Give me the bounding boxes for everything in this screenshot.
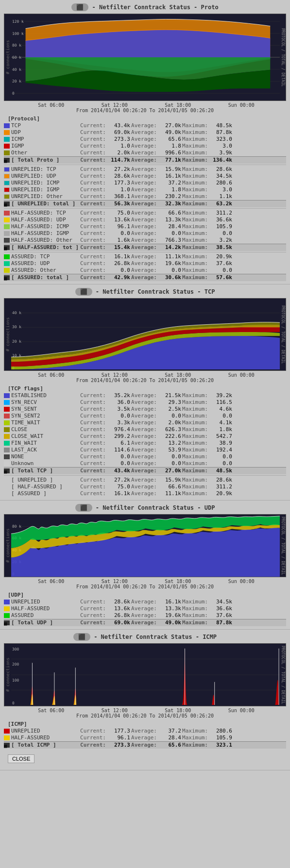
ha-total-icon: ■ <box>4 245 10 250</box>
list-item: Other Current: 2.0k Average: 996.6 Maxim… <box>4 150 286 156</box>
list-item: UNREPLIED Current: 28.6k Average: 16.1k … <box>4 599 286 605</box>
u-tcp-color <box>4 167 10 172</box>
svg-text:40 k: 40 k <box>12 311 21 315</box>
list-item: CLOSE Current: 976.4 Average: 626.3 Maxi… <box>4 426 286 433</box>
proto-ylabel: # connections <box>4 14 11 100</box>
half-assured-stats: HALF-ASSURED: TCP Current: 75.0 Average:… <box>4 210 286 251</box>
icmp-color <box>4 137 10 142</box>
tcp-ylabel: # connections <box>4 299 11 370</box>
proto-chart-title: ⬛ - Netfilter Conntrack Status - Proto <box>0 2 290 13</box>
list-item: ASSURED: TCP Current: 16.1k Average: 11.… <box>4 253 286 260</box>
tcp-stats: [TCP flags] ESTABLISHED Current: 35.2k A… <box>4 385 286 474</box>
ha-igmp-color <box>4 231 10 236</box>
unreplied-total: ■ [ UNREPLIED: total ] Current: 56.3k Av… <box>4 200 286 207</box>
list-item: HALF-ASSURED: TCP Current: 75.0 Average:… <box>4 210 286 217</box>
udp-chart-title: ⬛ - Netfilter Conntrack Status - UDP <box>0 502 290 513</box>
unreplied-stats: UNREPLIED: TCP Current: 27.2k Average: 1… <box>4 166 286 207</box>
list-item: HALF-ASSURED: IGMP Current: 0.0 Average:… <box>4 230 286 237</box>
proto-timerange: From 2014/01/04 00:26:20 To 2014/01/05 0… <box>0 108 290 114</box>
list-item: Unknown Current: 0.0 Average: 0.0 Maximu… <box>4 460 286 467</box>
list-item: UNREPLIED: UDP Current: 28.6k Average: 1… <box>4 173 286 180</box>
list-item: ASSURED: Other Current: 0.0 Average: 0.0… <box>4 267 286 274</box>
list-item: ICMP Current: 273.3 Average: 65.6 Maximu… <box>4 136 286 143</box>
tcp-chart-title: ⬛ - Netfilter Conntrack Status - TCP <box>0 286 290 297</box>
udp-total: ■ [ Total UDP ] Current: 69.0k Average: … <box>4 619 286 626</box>
list-item: SYN_SENT Current: 3.5k Average: 2.5k Max… <box>4 406 286 413</box>
list-item: HALF-ASSURED Current: 13.6k Average: 13.… <box>4 605 286 612</box>
udp-ylabel: # connections <box>4 515 11 577</box>
list-item: UNREPLIED: Other Current: 368.1 Average:… <box>4 193 286 200</box>
udp-color <box>4 130 10 135</box>
ha-total: ■ [ HALF-ASSURED: tot ] Current: 15.4k A… <box>4 244 286 251</box>
svg-text:20 k: 20 k <box>12 79 21 83</box>
u-other-color <box>4 194 10 199</box>
list-item: ASSURED Current: 26.8k Average: 19.6k Ma… <box>4 612 286 619</box>
ha-icmp-color <box>4 224 10 229</box>
icmp-stats: [ICMP] UNREPLIED Current: 177.3 Average:… <box>4 720 286 749</box>
assured-total: ■ [ ASSURED: total ] Current: 42.9k Aver… <box>4 274 286 281</box>
tcp-section: ⬛ - Netfilter Conntrack Status - TCP # c… <box>0 284 290 501</box>
list-item: UNREPLIED: ICMP Current: 177.3 Average: … <box>4 180 286 186</box>
as-total-icon: ■ <box>4 275 10 280</box>
svg-text:20 k: 20 k <box>12 339 21 344</box>
icmp-right-label: PROTOCOL / TOTAL / DETAIL <box>280 644 286 706</box>
svg-text:100 k: 100 k <box>12 32 24 36</box>
udp-timerange: From 2014/01/04 00:26:20 To 2014/01/05 0… <box>0 584 290 590</box>
tcp-total: ■ [ Total TCP ] Current: 43.4k Average: … <box>4 467 286 474</box>
ha-other-color <box>4 238 10 243</box>
list-item: [ UNREPLIED ] Current: 27.2k Average: 15… <box>4 477 286 484</box>
divider3 <box>4 252 286 252</box>
list-item: ESTABLISHED Current: 35.2k Average: 21.5… <box>4 392 286 399</box>
list-item: TIME_WAIT Current: 3.3k Average: 2.0k Ma… <box>4 419 286 426</box>
udp-right-label: PROTOCOL / TOTAL / DETAIL <box>280 515 286 577</box>
icmp-chart-title: ⬛ - Netfilter Conntrack Status - ICMP <box>0 632 290 642</box>
list-item: NONE Current: 0.0 Average: 0.0 Maximum: … <box>4 453 286 460</box>
proto-right-label: PROTOCOL / TOTAL / DETAIL <box>280 14 286 100</box>
tcp-subtotals: [ UNREPLIED ] Current: 27.2k Average: 15… <box>4 477 286 497</box>
list-item: LAST_ACK Current: 114.6 Average: 53.9 Ma… <box>4 447 286 453</box>
svg-text:0: 0 <box>12 91 15 96</box>
udp-xlabel: Sat 06:00 Sat 12:00 Sat 18:00 Sun 00:00 <box>0 578 290 584</box>
svg-text:30 k: 30 k <box>12 325 21 329</box>
icmp-chart: # connections 300 200 100 0 PROTOCOL / T… <box>4 643 286 706</box>
other-color <box>4 150 10 155</box>
proto-stats: [Protocol] TCP Current: 43.4k Average: 2… <box>4 115 286 164</box>
assured-stats: ASSURED: TCP Current: 16.1k Average: 11.… <box>4 253 286 281</box>
list-item: SYN_RECV Current: 36.0 Average: 29.3 Max… <box>4 399 286 406</box>
total-color: ■ <box>4 158 10 163</box>
svg-text:200: 200 <box>12 662 19 667</box>
u-icmp-color <box>4 181 10 185</box>
tcp-right-label: PROTOCOL / TOTAL / DETAIL <box>280 299 286 370</box>
close-button[interactable]: CLOSE <box>8 754 34 763</box>
list-item: UNREPLIED: TCP Current: 27.2k Average: 1… <box>4 166 286 173</box>
list-item: HALF-ASSURED: ICMP Current: 96.1 Average… <box>4 223 286 230</box>
tcp-xlabel: Sat 06:00 Sat 12:00 Sat 18:00 Sun 00:00 <box>0 372 290 378</box>
divider2 <box>4 208 286 209</box>
icmp-xlabel: Sat 06:00 Sat 12:00 Sat 18:00 Sun 00:00 <box>0 707 290 713</box>
proto-chart: # connections 120 k 100 k 80 k 60 k 40 k… <box>4 14 286 101</box>
list-item: FIN_WAIT Current: 6.1 Average: 13.2 Maxi… <box>4 440 286 447</box>
u-igmp-color <box>4 187 10 192</box>
tcp-timerange: From 2014/01/04 00:26:20 To 2014/01/05 0… <box>0 378 290 384</box>
list-item: UNREPLIED Current: 177.3 Average: 37.2 M… <box>4 728 286 734</box>
tcp-group-label: [TCP flags] <box>4 385 286 392</box>
udp-section: ⬛ - Netfilter Conntrack Status - UDP # c… <box>0 501 290 630</box>
icmp-timerange: From 2014/01/04 00:26:20 To 2014/01/05 0… <box>0 713 290 719</box>
list-item: UNREPLIED: IGMP Current: 1.0 Average: 1.… <box>4 186 286 193</box>
list-item: [ HALF-ASSURED ] Current: 75.0 Average: … <box>4 484 286 490</box>
proto-xlabel: Sat 06:00 Sat 12:00 Sat 18:00 Sun 00:00 <box>0 102 290 108</box>
divider <box>4 165 286 165</box>
list-item: TCP Current: 43.4k Average: 27.0k Maximu… <box>4 122 286 129</box>
as-udp-color <box>4 261 10 266</box>
u-udp-color <box>4 174 10 179</box>
icmp-total: ■ [ Total ICMP ] Current: 273.3 Average:… <box>4 741 286 749</box>
udp-stats: [UDP] UNREPLIED Current: 28.6k Average: … <box>4 591 286 626</box>
list-item: HALF-ASSURED: UDP Current: 13.6k Average… <box>4 217 286 223</box>
proto-total: ■ [ Total Proto ] Current: 114.7k Averag… <box>4 156 286 164</box>
svg-text:80 k: 80 k <box>12 43 21 48</box>
svg-text:100: 100 <box>12 678 19 683</box>
list-item: CLOSE_WAIT Current: 299.2 Average: 222.6… <box>4 433 286 440</box>
tcp-chart: # connections 40 k 30 k 20 k 10 k 0 P <box>4 298 286 371</box>
list-item: HALF-ASSURED: Other Current: 1.6k Averag… <box>4 237 286 244</box>
ha-udp-color <box>4 217 10 222</box>
